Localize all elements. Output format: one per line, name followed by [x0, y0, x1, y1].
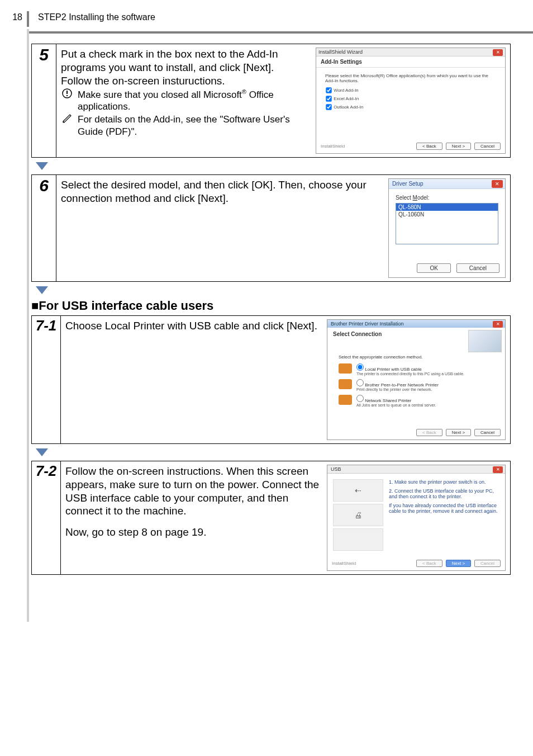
step-6-line1: Select the desired model, and then click… — [61, 178, 382, 205]
s71-heading: Select Connection — [327, 328, 387, 341]
installshield-brand: InstallShield — [332, 561, 356, 566]
cancel-button[interactable]: Cancel — [456, 263, 499, 273]
s6-label: Select Model: — [389, 189, 505, 203]
step-5-line2: Follow the on-screen instuructions. — [61, 74, 309, 88]
back-button: < Back — [416, 429, 442, 436]
s5-prompt: Please select the Microsoft(R) Office ap… — [325, 73, 496, 83]
usb-illustrations: ⇠ 🖨 — [333, 479, 383, 553]
outlook-addin-label: Outlook Add-In — [334, 105, 363, 110]
step-5-note2: For details on the Add-in, see the "Soft… — [78, 114, 309, 138]
cancel-button[interactable]: Cancel — [474, 429, 501, 436]
close-icon[interactable]: ✕ — [492, 180, 503, 188]
down-arrow-icon — [35, 161, 511, 171]
banner-image — [468, 330, 502, 352]
usb-section-heading: ■For USB interface cable users — [31, 299, 511, 313]
usb-cable-icon: ⇠ — [333, 479, 383, 502]
screenshot-select-connection: Brother Printer Driver Installation✕ Sel… — [327, 319, 506, 440]
installshield-brand: InstallShield — [321, 144, 345, 149]
opt-local-sub: The printer is connected directly to thi… — [356, 372, 464, 376]
shared-printer-radio[interactable] — [356, 395, 364, 402]
next-button[interactable]: Next > — [446, 560, 471, 567]
note-icon — [61, 114, 73, 138]
opt-p2p-sub: Print directly to the printer over the n… — [356, 388, 439, 391]
cancel-button: Cancel — [474, 560, 501, 567]
model-ql1060n[interactable]: QL-1060N — [396, 211, 498, 218]
s71-title: Brother Printer Driver Installation — [331, 321, 404, 327]
screenshot-usb-connect: USB✕ ⇠ 🖨 1. Make sure the printer power … — [327, 465, 506, 571]
step-5-line1: Put a check mark in the box next to the … — [61, 48, 309, 74]
down-arrow-icon — [35, 285, 511, 295]
step-6-row: 6 Select the desired model, and then cli… — [31, 174, 511, 282]
opt-local: Local Printer with USB cable — [365, 367, 421, 372]
svg-marker-4 — [36, 286, 48, 294]
opt-p2p: Brother Peer-to-Peer Network Printer — [365, 382, 439, 388]
header-separator — [27, 11, 29, 27]
next-button[interactable]: Next > — [446, 429, 471, 436]
header-title: STEP2 Installing the software — [38, 11, 155, 22]
svg-rect-1 — [66, 91, 68, 94]
outlook-addin-checkbox[interactable] — [326, 104, 331, 110]
svg-marker-3 — [36, 162, 48, 170]
step-7-2-number: 7-2 — [32, 461, 61, 574]
side-guide-bar — [27, 29, 29, 575]
s5-heading: Add-In Settings — [316, 56, 505, 68]
step-7-1-row: 7-1 Choose Local Printer with USB cable … — [31, 315, 511, 444]
s72-t2: 2. Connect the USB interface cable to yo… — [389, 488, 499, 499]
step-5-row: 5 Put a check mark in the box next to th… — [31, 44, 511, 158]
local-printer-radio[interactable] — [356, 363, 364, 371]
step-5-note1: Make sure that you closed all Microsoft®… — [78, 88, 309, 112]
word-addin-label: Word Add-In — [334, 88, 358, 93]
back-button: < Back — [416, 560, 442, 567]
svg-marker-5 — [36, 448, 48, 456]
screenshot-driver-setup: Driver Setup✕ Select Model: QL-580N QL-1… — [388, 178, 506, 278]
s72-t1: 1. Make sure the printer power switch is… — [389, 479, 499, 485]
p2p-printer-radio[interactable] — [356, 379, 364, 386]
caution-icon — [61, 88, 73, 112]
step-7-2-row: 7-2 Follow the on-screen instructions. W… — [31, 461, 511, 575]
s72-t3: If you have already connected the USB in… — [389, 503, 499, 514]
step-7-2-text: Follow the on-screen instructions. When … — [65, 465, 320, 571]
screenshot-addin-settings: InstallShield Wizard✕ Add-In Settings Pl… — [316, 48, 506, 154]
step-5-text: Put a check mark in the box next to the … — [61, 48, 309, 154]
close-icon[interactable]: ✕ — [493, 49, 503, 56]
s71-prompt: Select the appropriate connection method… — [327, 355, 505, 362]
model-list[interactable]: QL-580N QL-1060N — [396, 203, 498, 244]
ok-button[interactable]: OK — [417, 263, 450, 273]
word-addin-checkbox[interactable] — [326, 87, 331, 93]
excel-addin-label: Excel Add-In — [334, 96, 359, 101]
connection-icon — [339, 379, 352, 389]
back-button[interactable]: < Back — [416, 143, 442, 150]
close-icon[interactable]: ✕ — [493, 321, 503, 328]
model-ql580n[interactable]: QL-580N — [396, 204, 498, 211]
excel-addin-checkbox[interactable] — [326, 96, 331, 101]
step-5-number: 5 — [32, 44, 56, 157]
s5-title: InstallShield Wizard — [318, 49, 363, 55]
cancel-button[interactable]: Cancel — [474, 143, 501, 150]
page-header: 18 STEP2 Installing the software — [0, 0, 533, 27]
opt-shared-sub: All Jobs are sent to queue on a central … — [356, 403, 436, 407]
step-6-number: 6 — [32, 175, 56, 281]
step-7-2-line2: Now, go to step 8 on page 19. — [65, 526, 320, 539]
connection-icon — [339, 363, 352, 374]
step-6-text: Select the desired model, and then click… — [61, 178, 382, 278]
close-icon[interactable]: ✕ — [493, 466, 503, 473]
step-7-2-line1: Follow the on-screen instructions. When … — [65, 465, 320, 518]
connection-icon — [339, 395, 352, 405]
step-7-1-line1: Choose Local Printer with USB cable and … — [65, 319, 320, 333]
printer-icon — [333, 528, 383, 551]
next-button[interactable]: Next > — [446, 143, 471, 150]
down-arrow-icon — [35, 447, 511, 457]
svg-rect-2 — [66, 95, 68, 96]
page-number: 18 — [0, 11, 27, 22]
opt-shared: Network Shared Printer — [365, 398, 411, 403]
step-7-1-text: Choose Local Printer with USB cable and … — [65, 319, 320, 440]
s72-title: USB — [331, 466, 341, 472]
s6-title: Driver Setup — [392, 181, 423, 187]
pc-printer-icon: 🖨 — [333, 504, 383, 526]
step-7-1-number: 7-1 — [32, 316, 61, 443]
